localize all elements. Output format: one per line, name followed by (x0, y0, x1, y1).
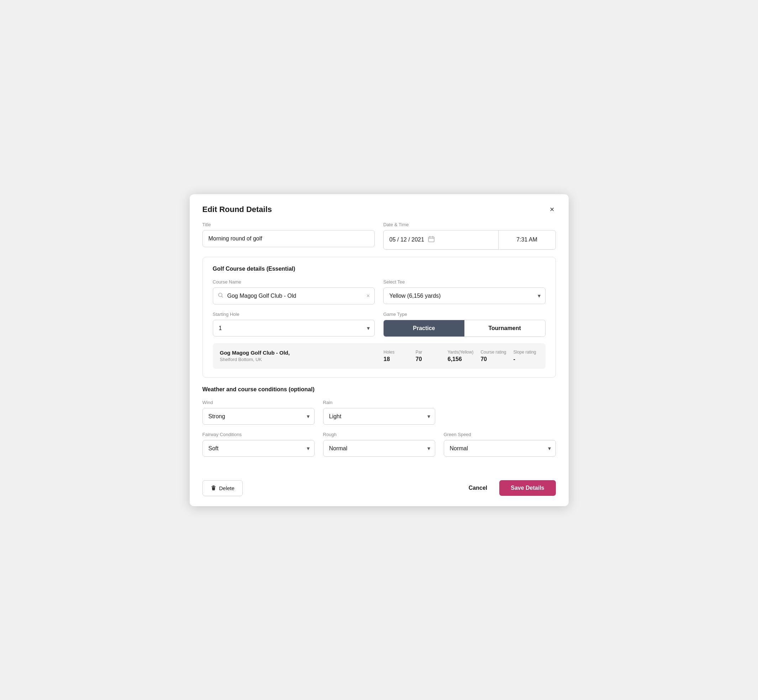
clear-course-icon[interactable]: × (366, 293, 370, 299)
modal-footer: Delete Cancel Save Details (190, 474, 568, 506)
weather-section-title: Weather and course conditions (optional) (202, 386, 556, 393)
course-name-col: Course Name × (213, 279, 375, 305)
golf-course-section: Golf Course details (Essential) Course N… (202, 257, 556, 378)
delete-button[interactable]: Delete (202, 480, 243, 496)
fairway-label: Fairway Conditions (202, 432, 315, 437)
wind-dropdown[interactable]: Calm Light Moderate Strong Very Strong (202, 408, 315, 425)
golf-section-title: Golf Course details (Essential) (213, 266, 545, 272)
course-rating-value: 70 (481, 356, 487, 362)
select-tee-col: Select Tee Yellow (6,156 yards) ▾ (383, 279, 545, 305)
cancel-button[interactable]: Cancel (465, 480, 491, 496)
tournament-button[interactable]: Tournament (464, 320, 545, 336)
weather-section: Weather and course conditions (optional)… (202, 386, 556, 457)
rain-col: Rain None Light Moderate Heavy ▾ (323, 400, 435, 425)
delete-label: Delete (219, 485, 235, 491)
course-name-label: Course Name (213, 279, 375, 284)
title-field-col: Title (202, 222, 375, 250)
course-name-input[interactable] (213, 288, 375, 305)
hole-gametype-row: Starting Hole 1 2 10 ▾ Game Type Practic… (213, 312, 545, 337)
wind-col: Wind Calm Light Moderate Strong Very Str… (202, 400, 315, 425)
yards-stat: Yards(Yellow) 6,156 (440, 350, 474, 362)
time-value: 7:31 AM (516, 236, 537, 243)
course-tee-row: Course Name × Select Tee (213, 279, 545, 305)
game-type-toggle: Practice Tournament (383, 320, 545, 337)
svg-rect-3 (211, 486, 216, 487)
footer-right: Cancel Save Details (465, 480, 556, 496)
green-speed-label: Green Speed (444, 432, 556, 437)
par-stat: Par 70 (409, 350, 440, 362)
rain-label: Rain (323, 400, 435, 405)
trash-icon (211, 485, 216, 491)
holes-stat: Holes 18 (376, 350, 409, 362)
select-tee-label: Select Tee (383, 279, 545, 284)
svg-rect-2 (213, 486, 215, 486)
yards-label: Yards(Yellow) (448, 350, 474, 355)
close-button[interactable]: × (548, 204, 556, 215)
course-rating-label: Course rating (481, 350, 506, 355)
course-search-wrap: × (213, 288, 375, 305)
select-tee-wrap: Yellow (6,156 yards) ▾ (383, 288, 545, 304)
time-part[interactable]: 7:31 AM (498, 230, 556, 249)
datetime-field-col: Date & Time 05 / 12 / 2021 (383, 222, 556, 250)
starting-hole-wrap: 1 2 10 ▾ (213, 320, 375, 336)
fairway-col: Fairway Conditions Dry Normal Soft Wet ▾ (202, 432, 315, 457)
slope-rating-stat: Slope rating - (506, 350, 539, 362)
course-rating-stat: Course rating 70 (473, 350, 506, 362)
date-time-row: 05 / 12 / 2021 7:31 AM (383, 230, 556, 250)
date-value: 05 / 12 / 2021 (389, 236, 424, 243)
datetime-label: Date & Time (383, 222, 556, 227)
yards-value: 6,156 (448, 356, 462, 362)
course-info-name: Gog Magog Golf Club - Old, Shelford Bott… (220, 350, 376, 362)
rough-dropdown[interactable]: Short Normal Long (323, 440, 435, 457)
par-value: 70 (416, 356, 422, 362)
rough-select-wrap: Short Normal Long ▾ (323, 440, 435, 457)
select-tee-dropdown[interactable]: Yellow (6,156 yards) (383, 288, 545, 304)
date-part[interactable]: 05 / 12 / 2021 (384, 230, 498, 249)
modal-header: Edit Round Details × (190, 194, 568, 222)
starting-hole-dropdown[interactable]: 1 2 10 (213, 320, 375, 336)
rough-label: Rough (323, 432, 435, 437)
modal-title: Edit Round Details (202, 205, 272, 214)
fairway-rough-green-row: Fairway Conditions Dry Normal Soft Wet ▾… (202, 432, 556, 457)
par-label: Par (416, 350, 423, 355)
title-input[interactable] (202, 230, 375, 247)
holes-label: Holes (384, 350, 395, 355)
starting-hole-label: Starting Hole (213, 312, 375, 317)
wind-label: Wind (202, 400, 315, 405)
wind-rain-row: Wind Calm Light Moderate Strong Very Str… (202, 400, 556, 425)
svg-rect-0 (429, 237, 434, 242)
course-location: Shelford Bottom, UK (220, 357, 376, 362)
green-speed-col: Green Speed Slow Normal Fast Very Fast ▾ (444, 432, 556, 457)
rough-col: Rough Short Normal Long ▾ (323, 432, 435, 457)
course-info-row: Gog Magog Golf Club - Old, Shelford Bott… (213, 343, 545, 369)
save-button[interactable]: Save Details (499, 480, 556, 496)
wind-select-wrap: Calm Light Moderate Strong Very Strong ▾ (202, 408, 315, 425)
rain-dropdown[interactable]: None Light Moderate Heavy (323, 408, 435, 425)
title-date-row: Title Date & Time 05 / 12 / 2021 (202, 222, 556, 250)
green-speed-select-wrap: Slow Normal Fast Very Fast ▾ (444, 440, 556, 457)
game-type-col: Game Type Practice Tournament (383, 312, 545, 337)
rain-select-wrap: None Light Moderate Heavy ▾ (323, 408, 435, 425)
course-full-name: Gog Magog Golf Club - Old, (220, 350, 376, 356)
modal-body: Title Date & Time 05 / 12 / 2021 (190, 222, 568, 474)
search-icon (218, 292, 224, 300)
green-speed-dropdown[interactable]: Slow Normal Fast Very Fast (444, 440, 556, 457)
holes-value: 18 (384, 356, 390, 362)
slope-rating-value: - (514, 356, 515, 362)
fairway-dropdown[interactable]: Dry Normal Soft Wet (202, 440, 315, 457)
starting-hole-col: Starting Hole 1 2 10 ▾ (213, 312, 375, 337)
title-label: Title (202, 222, 375, 227)
practice-button[interactable]: Practice (384, 320, 464, 336)
edit-round-modal: Edit Round Details × Title Date & Time 0… (190, 194, 568, 506)
fairway-select-wrap: Dry Normal Soft Wet ▾ (202, 440, 315, 457)
calendar-icon (428, 236, 435, 244)
game-type-label: Game Type (383, 312, 545, 317)
slope-rating-label: Slope rating (514, 350, 536, 355)
